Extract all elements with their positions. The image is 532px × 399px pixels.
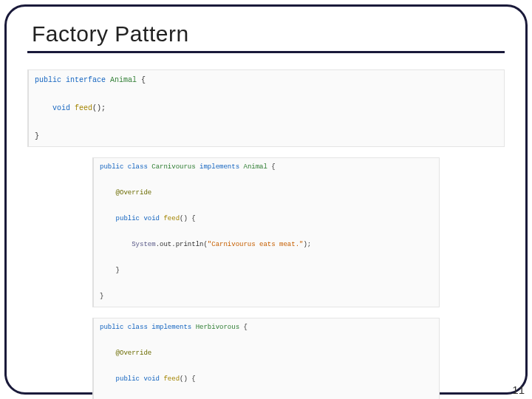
code-token: public [35, 76, 61, 84]
code-token: "Carnivourus eats meat." [208, 241, 304, 248]
code-token: feed [163, 375, 180, 383]
code-token: @Override [100, 349, 151, 357]
code-token: } [100, 293, 103, 300]
code-token: () { [180, 375, 196, 383]
code-token: .out.println( [156, 241, 208, 248]
code-token: } [100, 267, 120, 274]
code-token: } [35, 132, 39, 140]
code-token: @Override [100, 189, 151, 197]
code-token: (); [92, 104, 106, 112]
code-token: implements [151, 324, 191, 331]
slide-frame: Factory Pattern public interface Animal … [4, 4, 528, 395]
code-token: void [143, 375, 160, 383]
slide-title: Factory Pattern [27, 20, 505, 53]
code-token: implements [200, 163, 239, 171]
code-token: Carnivourus [151, 163, 195, 171]
code-token: public [100, 215, 140, 222]
code-token: class [128, 324, 148, 331]
code-block-carnivorous: public class Carnivourus implements Anim… [92, 157, 440, 307]
code-token: System [100, 241, 156, 248]
code-token: public [100, 163, 123, 171]
code-token: interface [66, 76, 106, 84]
code-token: class [128, 163, 148, 171]
code-token: { [141, 76, 146, 84]
code-token: Herbivorous [196, 324, 239, 331]
code-block-interface: public interface Animal { void feed(); } [27, 69, 505, 147]
code-token: void [35, 104, 70, 112]
code-token: () { [180, 215, 196, 222]
code-token: { [267, 163, 276, 171]
code-token: public [100, 375, 140, 383]
code-token: feed [75, 104, 92, 112]
code-token: void [143, 215, 160, 222]
code-block-herbivorous: public class implements Herbivorous { @O… [92, 318, 440, 399]
code-token: feed [163, 215, 180, 222]
code-token: Animal [243, 163, 267, 171]
code-token: ); [303, 241, 311, 248]
code-token: { [239, 324, 248, 331]
code-token: Animal [110, 76, 137, 84]
page-number: 11 [512, 383, 525, 396]
code-token: public [100, 324, 123, 331]
